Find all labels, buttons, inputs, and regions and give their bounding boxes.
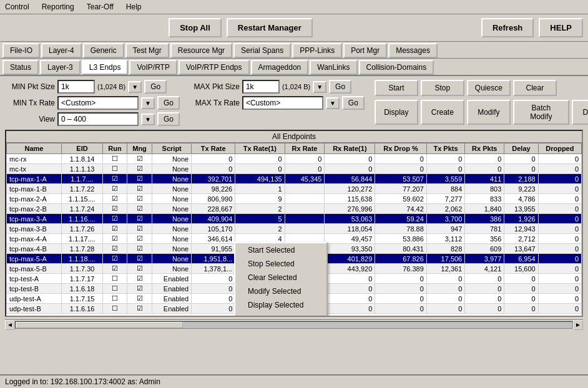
- view-dropdown[interactable]: ▼: [141, 114, 155, 125]
- modify-button[interactable]: Modify: [467, 100, 511, 125]
- cell-run[interactable]: ☐: [103, 274, 127, 284]
- cell-run[interactable]: ☑: [103, 214, 127, 224]
- cell-mng[interactable]: ☑: [127, 174, 152, 184]
- cell-mng[interactable]: ☑: [127, 194, 152, 204]
- max-tx-rate-go[interactable]: Go: [342, 96, 365, 110]
- tab-voip-rtp-endps[interactable]: VoIP/RTP Endps: [179, 60, 250, 75]
- menu-tearoff[interactable]: Tear-Off: [84, 1, 116, 12]
- tab-resource-mgr[interactable]: Resource Mgr: [170, 43, 232, 58]
- context-menu-item[interactable]: Display Selected: [235, 298, 326, 312]
- min-pkt-size-input[interactable]: [57, 80, 95, 94]
- cell-mng[interactable]: ☑: [127, 234, 152, 244]
- max-tx-rate-input[interactable]: [242, 96, 323, 110]
- cell-dropped: 0: [538, 284, 581, 294]
- cell-run[interactable]: ☐: [103, 154, 127, 164]
- tab-l3-endps[interactable]: L3 Endps: [82, 60, 129, 75]
- min-pkt-size-dropdown[interactable]: ▼: [128, 81, 142, 93]
- cell-run[interactable]: ☐: [103, 294, 127, 304]
- tab-file-io[interactable]: File-IO: [2, 43, 40, 58]
- view-input[interactable]: [57, 112, 139, 126]
- tab-ppp-links[interactable]: PPP-Links: [292, 43, 342, 58]
- view-go[interactable]: Go: [157, 112, 180, 126]
- tab-test-mgr[interactable]: Test Mgr: [125, 43, 169, 58]
- clear-button[interactable]: Clear: [513, 80, 557, 96]
- min-pkt-size-go[interactable]: Go: [144, 80, 167, 94]
- max-pkt-size-dropdown[interactable]: ▼: [313, 81, 326, 93]
- cell-run[interactable]: ☑: [103, 264, 127, 274]
- tab-port-mgr[interactable]: Port Mgr: [343, 43, 387, 58]
- table-row[interactable]: tcp-max-1-B 1.1.7.22 ☑ ☑ None 98,226 1 1…: [7, 184, 582, 194]
- context-menu-item[interactable]: Start Selected: [235, 243, 326, 257]
- cell-mng[interactable]: ☑: [127, 214, 152, 224]
- delete-button[interactable]: Delete: [572, 100, 588, 125]
- tab-armageddon[interactable]: Armageddon: [251, 60, 309, 75]
- tab-generic[interactable]: Generic: [83, 43, 124, 58]
- tab-layer3[interactable]: Layer-3: [40, 60, 81, 75]
- min-tx-rate-go[interactable]: Go: [157, 96, 180, 110]
- table-row[interactable]: tcp-max-2-B 1.1.7.24 ☑ ☑ None 228,667 2 …: [7, 204, 582, 214]
- cell-mng[interactable]: ☑: [127, 154, 152, 164]
- cell-run[interactable]: ☑: [103, 174, 127, 184]
- tab-collision-domains[interactable]: Collision-Domains: [359, 60, 434, 75]
- table-row[interactable]: mc-tx 1.1.1.13 ☐ ☑ None 0 0 0 0 0 0 0 0 …: [7, 164, 582, 174]
- cell-mng[interactable]: ☑: [127, 224, 152, 234]
- context-menu-item[interactable]: Modify Selected: [235, 284, 326, 298]
- cell-mng[interactable]: ☑: [127, 254, 152, 264]
- min-tx-rate-dropdown[interactable]: ▼: [141, 97, 155, 109]
- table-row[interactable]: mc-rx 1.1.8.14 ☐ ☑ None 0 0 0 0 0 0 0 0 …: [7, 154, 582, 164]
- tab-wanlinks[interactable]: WanLinks: [310, 60, 357, 75]
- cell-run[interactable]: ☑: [103, 224, 127, 234]
- stop-button[interactable]: Stop: [421, 80, 464, 96]
- create-button[interactable]: Create: [421, 100, 464, 125]
- tab-messages[interactable]: Messages: [388, 43, 438, 58]
- stop-all-button[interactable]: Stop All: [169, 18, 222, 37]
- cell-run[interactable]: ☐: [103, 304, 127, 314]
- display-button[interactable]: Display: [375, 100, 418, 125]
- menu-help[interactable]: Help: [124, 1, 144, 12]
- help-button[interactable]: HELP: [539, 18, 583, 37]
- scroll-right-button[interactable]: ►: [573, 320, 583, 330]
- menu-reporting[interactable]: Reporting: [39, 1, 77, 12]
- cell-mng[interactable]: ☑: [127, 244, 152, 254]
- table-row[interactable]: tcp-max-3-B 1.1.7.26 ☑ ☑ None 105,170 2 …: [7, 224, 582, 234]
- cell-run[interactable]: ☐: [103, 164, 127, 174]
- menu-control[interactable]: Control: [2, 1, 32, 12]
- context-menu-item[interactable]: Stop Selected: [235, 257, 326, 271]
- cell-run[interactable]: ☑: [103, 254, 127, 264]
- table-row[interactable]: tcp-max-3-A 1.1.16.... ☑ ☑ None 409,904 …: [7, 214, 582, 224]
- max-pkt-size-go[interactable]: Go: [329, 80, 351, 94]
- cell-mng[interactable]: ☑: [127, 164, 152, 174]
- restart-manager-button[interactable]: Restart Manager: [227, 18, 313, 37]
- scroll-thumb[interactable]: [16, 322, 183, 328]
- horizontal-scrollbar[interactable]: ◄ ►: [5, 319, 583, 329]
- cell-run[interactable]: ☑: [103, 244, 127, 254]
- tab-voip-rtp[interactable]: VoIP/RTP: [129, 60, 177, 75]
- scroll-track[interactable]: [15, 321, 573, 329]
- refresh-button[interactable]: Refresh: [481, 18, 534, 37]
- tab-serial-spans[interactable]: Serial Spans: [233, 43, 291, 58]
- cell-mng[interactable]: ☑: [127, 284, 152, 294]
- start-button[interactable]: Start: [375, 80, 418, 96]
- batch-modify-button[interactable]: Batch Modify: [513, 100, 569, 125]
- context-menu-item[interactable]: Clear Selected: [235, 271, 326, 284]
- max-tx-rate-dropdown[interactable]: ▼: [326, 97, 340, 109]
- max-pkt-size-input[interactable]: [242, 80, 280, 94]
- cell-mng[interactable]: ☑: [127, 184, 152, 194]
- cell-mng[interactable]: ☑: [127, 204, 152, 214]
- cell-run[interactable]: ☑: [103, 194, 127, 204]
- tab-status[interactable]: Status: [2, 60, 39, 75]
- cell-run[interactable]: ☑: [103, 234, 127, 244]
- quiesce-button[interactable]: Quiesce: [467, 80, 511, 96]
- table-row[interactable]: tcp-max-2-A 1.1.15.... ☑ ☑ None 806,990 …: [7, 194, 582, 204]
- cell-mng[interactable]: ☑: [127, 264, 152, 274]
- cell-run[interactable]: ☐: [103, 284, 127, 294]
- min-tx-rate-input[interactable]: [57, 96, 139, 110]
- scroll-left-button[interactable]: ◄: [5, 320, 15, 330]
- cell-run[interactable]: ☑: [103, 184, 127, 194]
- tab-layer4[interactable]: Layer-4: [41, 43, 82, 58]
- cell-mng[interactable]: ☑: [127, 304, 152, 314]
- table-row[interactable]: tcp-max-1-A 1.1.7.... ☑ ☑ None 392,701 4…: [7, 174, 582, 184]
- cell-mng[interactable]: ☑: [127, 294, 152, 304]
- cell-mng[interactable]: ☑: [127, 274, 152, 284]
- cell-run[interactable]: ☑: [103, 204, 127, 214]
